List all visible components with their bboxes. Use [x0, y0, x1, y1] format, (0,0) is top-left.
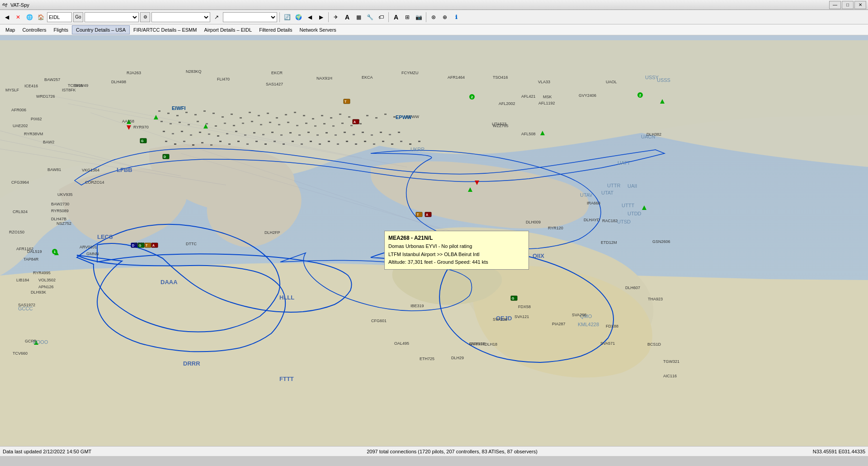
symbol-icon[interactable]: ⊞ — [402, 12, 412, 22]
home-icon[interactable]: 🏠 — [36, 12, 46, 22]
svg-rect-74 — [271, 132, 274, 133]
svg-rect-53 — [287, 122, 289, 123]
tooltip-altitude: Altitude: 37,301 feet - Ground Speed: 44… — [388, 258, 525, 266]
svg-text:T: T — [344, 100, 347, 103]
svg-rect-18 — [212, 113, 215, 114]
forward-nav-icon[interactable]: ▶ — [316, 12, 326, 22]
svg-text:G: G — [512, 297, 514, 300]
svg-text:G: G — [141, 139, 144, 143]
camera-icon[interactable]: 📷 — [414, 12, 424, 22]
toolbar-separator-2 — [328, 12, 329, 22]
text-a-icon[interactable]: A — [342, 12, 352, 22]
filter-dropdown-1[interactable] — [85, 12, 139, 22]
back-nav-icon[interactable]: ◀ — [305, 12, 315, 22]
menu-flights[interactable]: Flights — [50, 26, 72, 34]
status-connections: 2097 total connections (1720 pilots, 207… — [367, 449, 538, 454]
stop-icon[interactable]: ✕ — [13, 12, 23, 22]
svg-text:D: D — [132, 244, 134, 247]
refresh-icon[interactable]: 🌐 — [24, 12, 34, 22]
svg-text:T: T — [146, 244, 148, 247]
callsign-input[interactable] — [47, 12, 72, 22]
menu-fir-details[interactable]: FIR/ARTCC Details – ESMM — [130, 26, 200, 34]
svg-rect-13 — [167, 113, 170, 114]
svg-rect-97 — [237, 141, 240, 142]
svg-rect-81 — [335, 134, 337, 136]
map-container[interactable]: G D D G T A T A T A G — [0, 35, 868, 456]
svg-rect-28 — [303, 115, 305, 116]
svg-rect-16 — [194, 114, 197, 115]
svg-rect-113 — [382, 141, 384, 142]
svg-rect-109 — [346, 141, 348, 142]
info-icon[interactable]: ℹ — [451, 12, 461, 22]
svg-rect-94 — [210, 144, 212, 146]
svg-rect-21 — [240, 117, 242, 119]
sync-icon[interactable]: 🔄 — [282, 12, 292, 22]
plane-icon[interactable]: ✈ — [331, 12, 341, 22]
zoom-icon[interactable]: ⊕ — [440, 12, 450, 22]
svg-rect-66 — [199, 132, 201, 133]
back-icon[interactable]: ◀ — [2, 12, 12, 22]
close-button[interactable]: ✕ — [854, 1, 866, 9]
svg-rect-88 — [398, 132, 400, 133]
menu-controllers[interactable]: Controllers — [19, 26, 50, 34]
menu-map[interactable]: Map — [2, 26, 19, 34]
filter-dropdown-3[interactable] — [223, 12, 277, 22]
svg-rect-87 — [389, 134, 391, 135]
aircraft-tooltip: MEA268 - A21N/L Domas Urbonas EYVI - No … — [384, 231, 529, 270]
globe-icon[interactable]: 🌍 — [293, 12, 303, 22]
svg-rect-33 — [348, 116, 350, 118]
svg-rect-90 — [174, 143, 176, 145]
svg-rect-30 — [321, 115, 323, 116]
maximize-button[interactable]: □ — [842, 1, 854, 9]
options-button-1[interactable]: ⚙ — [140, 12, 150, 22]
minimize-button[interactable]: — — [829, 1, 841, 9]
svg-text:A: A — [152, 244, 155, 247]
tooltip-title: MEA268 - A21N/L — [388, 234, 525, 243]
menu-country-details[interactable]: Country Details – USA — [72, 25, 130, 34]
svg-rect-105 — [310, 141, 312, 142]
filter-dropdown-2[interactable] — [151, 12, 210, 22]
toolbar: ◀ ✕ 🌐 🏠 Go ⚙ ↗ 🔄 🌍 ◀ ▶ ✈ A ▦ 🔧 🏷 A ⊞ 📷 ⊛ — [0, 10, 868, 24]
svg-rect-42 — [188, 124, 190, 125]
svg-rect-54 — [296, 125, 298, 126]
svg-rect-99 — [255, 141, 258, 142]
svg-rect-23 — [258, 115, 260, 116]
svg-rect-104 — [301, 143, 303, 145]
grid-icon[interactable]: ▦ — [354, 12, 363, 22]
svg-text:A: A — [426, 213, 428, 216]
tag-icon[interactable]: 🏷 — [376, 12, 386, 22]
menu-filtered-details[interactable]: Filtered Details — [255, 26, 296, 34]
svg-rect-77 — [298, 134, 301, 136]
svg-rect-26 — [285, 114, 287, 115]
go-button[interactable]: Go — [73, 12, 83, 22]
svg-rect-46 — [224, 123, 226, 124]
menu-airport-details[interactable]: Airport Details – EIDL — [200, 26, 255, 34]
svg-rect-49 — [251, 121, 253, 122]
svg-rect-73 — [262, 134, 264, 135]
statusbar: Data last updated 2/12/2022 14:50 GMT 20… — [0, 446, 868, 456]
text-a2-icon[interactable]: A — [391, 12, 401, 22]
svg-rect-29 — [312, 118, 314, 119]
svg-rect-45 — [215, 125, 217, 127]
svg-rect-112 — [373, 143, 375, 145]
svg-rect-58 — [332, 125, 335, 127]
svg-rect-31 — [330, 117, 332, 119]
svg-rect-57 — [323, 123, 326, 124]
svg-rect-83 — [353, 134, 355, 135]
filter-icon[interactable]: 🔧 — [365, 12, 375, 22]
svg-rect-41 — [179, 122, 181, 123]
svg-text:T: T — [417, 213, 419, 216]
layers-icon[interactable]: ⊛ — [429, 12, 439, 22]
svg-rect-92 — [192, 144, 194, 146]
svg-rect-76 — [289, 132, 292, 133]
arrow-icon[interactable]: ↗ — [212, 12, 222, 22]
svg-rect-111 — [364, 141, 366, 142]
svg-rect-38 — [393, 116, 396, 118]
svg-rect-65 — [190, 134, 192, 136]
status-last-updated: Data last updated 2/12/2022 14:50 GMT — [3, 449, 91, 454]
svg-rect-96 — [228, 143, 231, 145]
menu-network-servers[interactable]: Network Servers — [296, 26, 340, 34]
svg-rect-117 — [418, 141, 420, 142]
svg-rect-27 — [294, 112, 296, 113]
svg-rect-68 — [217, 135, 219, 137]
